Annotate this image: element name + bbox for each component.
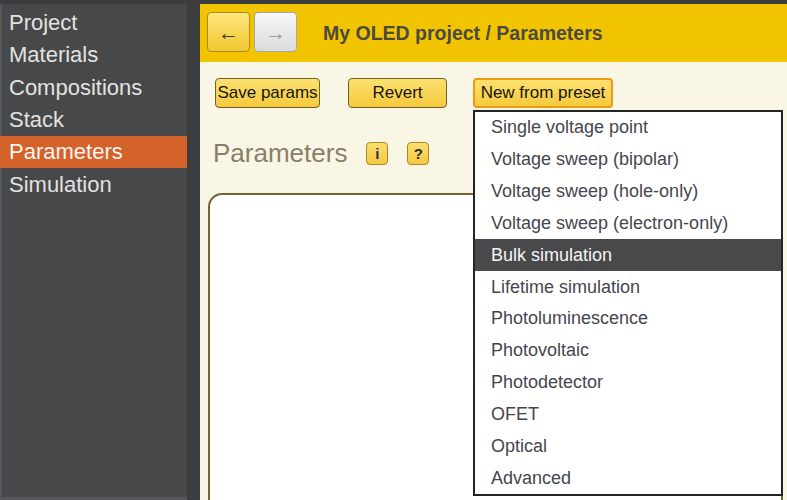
menu-item-optical[interactable]: Optical	[475, 430, 781, 462]
revert-button[interactable]: Revert	[348, 78, 447, 108]
header-bar: ← → My OLED project / Parameters	[200, 4, 787, 62]
save-params-button[interactable]: Save params	[215, 78, 320, 108]
menu-item-voltage-sweep-hole-only[interactable]: Voltage sweep (hole-only)	[475, 176, 781, 208]
menu-item-single-voltage-point[interactable]: Single voltage point	[475, 112, 781, 144]
forward-button[interactable]: →	[254, 12, 297, 52]
menu-item-bulk-simulation[interactable]: Bulk simulation	[475, 239, 781, 271]
window-top-border	[0, 0, 787, 4]
menu-item-lifetime-simulation[interactable]: Lifetime simulation	[475, 271, 781, 303]
menu-item-voltage-sweep-electron-only[interactable]: Voltage sweep (electron-only)	[475, 207, 781, 239]
menu-item-advanced[interactable]: Advanced	[475, 462, 781, 494]
info-button[interactable]: i	[366, 142, 388, 165]
menu-item-photovoltaic[interactable]: Photovoltaic	[475, 335, 781, 367]
sidebar-nav: Project Materials Compositions Stack Par…	[0, 7, 187, 201]
sidebar: Project Materials Compositions Stack Par…	[0, 0, 200, 500]
sidebar-item-parameters[interactable]: Parameters	[0, 136, 187, 168]
help-button[interactable]: ?	[407, 142, 429, 165]
forward-arrow-icon: →	[265, 22, 286, 43]
menu-item-voltage-sweep-bipolar[interactable]: Voltage sweep (bipolar)	[475, 144, 781, 176]
menu-item-photoluminescence[interactable]: Photoluminescence	[475, 303, 781, 335]
page-title: Parameters	[213, 138, 347, 169]
back-arrow-icon: ←	[218, 22, 239, 43]
sidebar-item-project[interactable]: Project	[0, 7, 187, 39]
breadcrumb-title: My OLED project / Parameters	[323, 4, 603, 62]
sidebar-scrollbar-track[interactable]	[187, 0, 200, 500]
back-button[interactable]: ←	[207, 12, 250, 52]
sidebar-item-simulation[interactable]: Simulation	[0, 168, 187, 200]
menu-item-photodetector[interactable]: Photodetector	[475, 367, 781, 399]
new-from-preset-button[interactable]: New from preset	[473, 78, 613, 108]
app-window: Project Materials Compositions Stack Par…	[0, 0, 787, 500]
sidebar-item-materials[interactable]: Materials	[0, 39, 187, 71]
page-heading-row: Parameters i ?	[213, 138, 429, 169]
menu-item-ofet[interactable]: OFET	[475, 398, 781, 430]
preset-dropdown-menu: Single voltage point Voltage sweep (bipo…	[473, 110, 783, 496]
sidebar-item-stack[interactable]: Stack	[0, 104, 187, 136]
sidebar-item-compositions[interactable]: Compositions	[0, 72, 187, 104]
